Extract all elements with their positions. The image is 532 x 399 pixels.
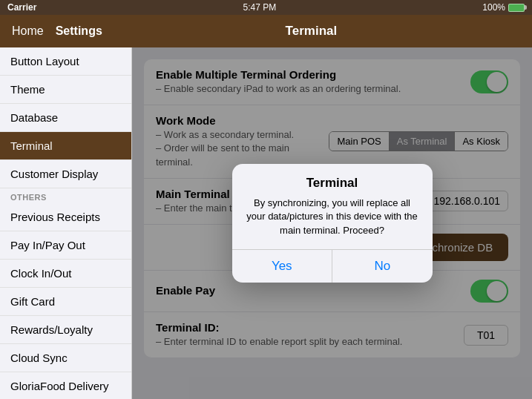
- sidebar-item-previous-receipts[interactable]: Previous Receipts: [0, 203, 131, 231]
- modal-no-button[interactable]: No: [332, 250, 433, 283]
- sidebar-item-database[interactable]: Database: [0, 104, 131, 132]
- status-bar: Carrier 5:47 PM 100%: [0, 0, 532, 15]
- nav-home[interactable]: Home: [12, 22, 44, 41]
- sidebar: Button Layout Theme Database Terminal Cu…: [0, 47, 132, 399]
- modal-overlay: Terminal By synchronizing, you will repl…: [132, 47, 532, 399]
- content-area: Enable Multiple Terminal Ordering – Enab…: [132, 47, 532, 399]
- battery-icon: [508, 4, 525, 12]
- modal-title: Terminal: [232, 164, 433, 194]
- nav-bar: Home Settings Terminal: [0, 15, 532, 47]
- sidebar-item-button-layout[interactable]: Button Layout: [0, 47, 131, 76]
- sidebar-item-terminal[interactable]: Terminal: [0, 132, 131, 160]
- sidebar-item-theme[interactable]: Theme: [0, 76, 131, 104]
- modal-dialog: Terminal By synchronizing, you will repl…: [232, 164, 433, 283]
- sidebar-item-clock-in-out[interactable]: Clock In/Out: [0, 260, 131, 288]
- nav-title: Terminal: [102, 24, 520, 39]
- sidebar-item-rewards-loyalty[interactable]: Rewards/Loyalty: [0, 316, 131, 344]
- nav-settings[interactable]: Settings: [56, 22, 102, 41]
- carrier-text: Carrier: [7, 2, 36, 13]
- sidebar-item-gift-card[interactable]: Gift Card: [0, 288, 131, 316]
- modal-actions: Yes No: [232, 250, 433, 283]
- sidebar-item-pay-in-pay-out[interactable]: Pay In/Pay Out: [0, 231, 131, 260]
- battery-percent: 100%: [482, 2, 505, 13]
- sidebar-item-gloriafood-delivery[interactable]: GloriaFood Delivery: [0, 372, 131, 399]
- main-layout: Button Layout Theme Database Terminal Cu…: [0, 47, 532, 399]
- modal-message: By synchronizing, you will replace all y…: [232, 194, 433, 249]
- sidebar-item-cloud-sync[interactable]: Cloud Sync: [0, 344, 131, 372]
- battery-area: 100%: [482, 2, 525, 13]
- modal-yes-button[interactable]: Yes: [232, 250, 333, 283]
- time-text: 5:47 PM: [243, 2, 276, 13]
- nav-left: Home Settings: [12, 22, 102, 41]
- sidebar-item-customer-display[interactable]: Customer Display: [0, 160, 131, 188]
- others-section-header: OTHERS: [0, 188, 131, 203]
